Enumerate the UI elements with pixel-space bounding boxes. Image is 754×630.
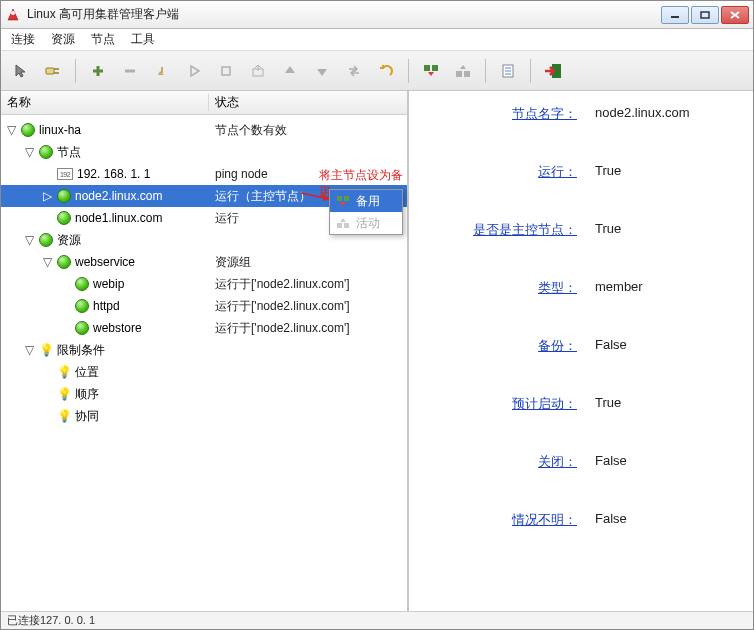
prop-label-name[interactable]: 节点名字： — [512, 106, 577, 121]
tree-row-httpd[interactable]: httpd 运行于['node2.linux.com'] — [1, 295, 407, 317]
tree-row-location[interactable]: 💡位置 — [1, 361, 407, 383]
tool-document-icon[interactable] — [494, 57, 522, 85]
tool-export-icon[interactable] — [244, 57, 272, 85]
tree-row-coloc[interactable]: 💡协同 — [1, 405, 407, 427]
tree-row-webstore[interactable]: webstore 运行于['node2.linux.com'] — [1, 317, 407, 339]
svg-rect-27 — [344, 223, 349, 228]
tool-plug-icon[interactable] — [39, 57, 67, 85]
prop-val-unknown: False — [595, 511, 627, 529]
tree-panel: 名称 状态 ▽linux-ha 节点个数有效 ▽节点 192192. 168. … — [1, 91, 409, 611]
tree-body: ▽linux-ha 节点个数有效 ▽节点 192192. 168. 1. 1 p… — [1, 115, 407, 611]
svg-point-0 — [11, 11, 15, 15]
svg-rect-25 — [344, 196, 349, 201]
bulb-icon: 💡 — [57, 387, 71, 401]
node-group-icon — [39, 145, 53, 159]
standby-icon — [336, 195, 350, 207]
tree-status: 运行于['node2.linux.com'] — [209, 298, 407, 315]
prop-row-unknown: 情况不明：False — [419, 511, 743, 529]
tool-exit-icon[interactable] — [539, 57, 567, 85]
toolbar-separator — [75, 59, 76, 83]
cluster-icon — [21, 123, 35, 137]
prop-val-run: True — [595, 163, 621, 181]
tool-play-icon[interactable] — [180, 57, 208, 85]
tool-remove-icon[interactable] — [116, 57, 144, 85]
col-header-name[interactable]: 名称 — [1, 94, 209, 111]
tree-label: webstore — [93, 321, 142, 335]
prop-label-master[interactable]: 是否是主控节点： — [473, 222, 577, 237]
expander-icon[interactable]: ▽ — [23, 233, 35, 247]
tool-node-down-icon[interactable] — [417, 57, 445, 85]
tree-label: httpd — [93, 299, 120, 313]
tree-row-webservice[interactable]: ▽webservice 资源组 — [1, 251, 407, 273]
tool-replace-icon[interactable] — [340, 57, 368, 85]
menu-resource[interactable]: 资源 — [51, 31, 75, 48]
svg-rect-16 — [456, 71, 462, 77]
main-area: 名称 状态 ▽linux-ha 节点个数有效 ▽节点 192192. 168. … — [1, 91, 753, 611]
tool-up-icon[interactable] — [276, 57, 304, 85]
tree-row-root[interactable]: ▽linux-ha 节点个数有效 — [1, 119, 407, 141]
tool-brush-icon[interactable] — [148, 57, 176, 85]
tree-status: 资源组 — [209, 254, 407, 271]
node-icon — [57, 211, 71, 225]
svg-rect-24 — [337, 196, 342, 201]
resource-icon — [57, 255, 71, 269]
tree-label: webservice — [75, 255, 135, 269]
col-header-status[interactable]: 状态 — [209, 94, 407, 111]
tree-status: 运行于['node2.linux.com'] — [209, 276, 407, 293]
expander-icon[interactable]: ▽ — [5, 123, 17, 137]
menu-connect[interactable]: 连接 — [11, 31, 35, 48]
svg-rect-26 — [337, 223, 342, 228]
prop-row-backup: 备份：False — [419, 337, 743, 355]
svg-rect-5 — [46, 68, 54, 74]
svg-rect-15 — [432, 65, 438, 71]
tool-node-up-icon[interactable] — [449, 57, 477, 85]
node-icon — [57, 189, 71, 203]
tree-row-nodes-group[interactable]: ▽节点 — [1, 141, 407, 163]
context-item-standby[interactable]: 备用 — [330, 190, 402, 212]
tool-stop-icon[interactable] — [212, 57, 240, 85]
prop-row-type: 类型：member — [419, 279, 743, 297]
titlebar: Linux 高可用集群管理客户端 — [1, 1, 753, 29]
tree-label: node2.linux.com — [75, 189, 162, 203]
toolbar-separator — [485, 59, 486, 83]
prop-row-name: 节点名字：node2.linux.com — [419, 105, 743, 123]
context-label: 备用 — [356, 193, 380, 210]
prop-label-backup[interactable]: 备份： — [538, 338, 577, 353]
expander-icon[interactable]: ▽ — [23, 343, 35, 357]
menubar: 连接 资源 节点 工具 — [1, 29, 753, 51]
resource-icon — [75, 321, 89, 335]
svg-rect-12 — [222, 67, 230, 75]
tree-row-webip[interactable]: webip 运行于['node2.linux.com'] — [1, 273, 407, 295]
tree-label: linux-ha — [39, 123, 81, 137]
menu-tool[interactable]: 工具 — [131, 31, 155, 48]
tool-add-icon[interactable] — [84, 57, 112, 85]
menu-node[interactable]: 节点 — [91, 31, 115, 48]
close-button[interactable] — [721, 6, 749, 24]
maximize-button[interactable] — [691, 6, 719, 24]
tool-pointer-icon[interactable] — [7, 57, 35, 85]
prop-val-name: node2.linux.com — [595, 105, 690, 123]
context-label: 活动 — [356, 215, 380, 232]
tree-label: 顺序 — [75, 386, 99, 403]
tree-label: 资源 — [57, 232, 81, 249]
prop-val-backup: False — [595, 337, 627, 355]
prop-label-type[interactable]: 类型： — [538, 280, 577, 295]
prop-row-master: 是否是主控节点：True — [419, 221, 743, 239]
prop-val-type: member — [595, 279, 643, 297]
prop-label-run[interactable]: 运行： — [538, 164, 577, 179]
tree-row-constraints-group[interactable]: ▽💡限制条件 — [1, 339, 407, 361]
expander-icon[interactable]: ▷ — [41, 189, 53, 203]
prop-val-master: True — [595, 221, 621, 239]
expander-icon[interactable]: ▽ — [41, 255, 53, 269]
prop-label-shutdown[interactable]: 关闭： — [538, 454, 577, 469]
tool-down-icon[interactable] — [308, 57, 336, 85]
tree-row-order[interactable]: 💡顺序 — [1, 383, 407, 405]
tool-undo-icon[interactable] — [372, 57, 400, 85]
prop-label-expect[interactable]: 预计启动： — [512, 396, 577, 411]
bulb-icon: 💡 — [39, 343, 53, 357]
prop-label-unknown[interactable]: 情况不明： — [512, 512, 577, 527]
window-controls — [661, 6, 749, 24]
expander-icon[interactable]: ▽ — [23, 145, 35, 159]
tree-label: 限制条件 — [57, 342, 105, 359]
minimize-button[interactable] — [661, 6, 689, 24]
